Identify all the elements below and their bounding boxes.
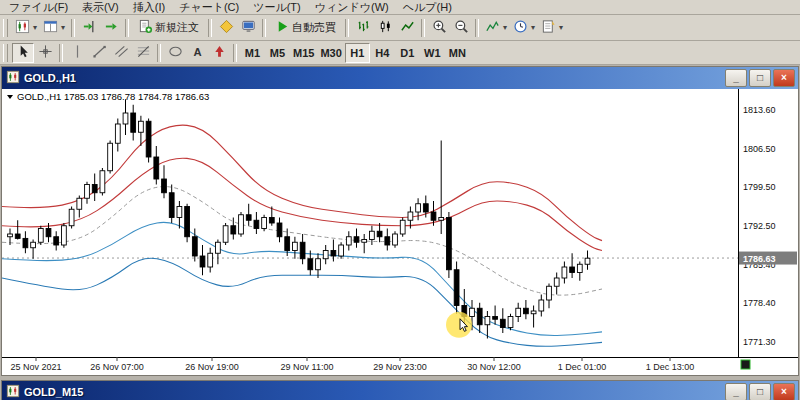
- zoom-in-button[interactable]: [428, 18, 450, 38]
- new-chart-button[interactable]: ▾: [12, 18, 40, 38]
- time-axis-label: 1 Dec 01:00: [558, 362, 607, 372]
- cursor-button[interactable]: [12, 43, 34, 63]
- auto-scroll-button[interactable]: [100, 18, 122, 38]
- shapes-button[interactable]: [164, 43, 186, 63]
- timeframe-m30-label: M30: [320, 47, 341, 59]
- trendline-icon: [92, 44, 107, 61]
- minimize-button-m15[interactable]: _: [725, 383, 747, 400]
- close-button-m15[interactable]: ×: [773, 383, 795, 400]
- timeframe-mn-button[interactable]: MN: [445, 43, 470, 63]
- svg-text:A: A: [193, 46, 201, 58]
- terminal-button[interactable]: [237, 18, 259, 38]
- toolbar-separator: [421, 19, 425, 37]
- restore-button-m15[interactable]: □: [749, 383, 771, 400]
- chart-line-button[interactable]: [396, 18, 418, 38]
- restore-button[interactable]: □: [749, 69, 771, 87]
- indicators-button[interactable]: ▾: [482, 18, 510, 38]
- toolbar-standard: ▾▾新規注文自動売買▾▾▾: [0, 15, 800, 41]
- chart-icon: [6, 384, 20, 400]
- profiles-button[interactable]: ▾: [40, 18, 68, 38]
- timeframe-m5-button[interactable]: M5: [265, 43, 290, 63]
- chart-candles-button[interactable]: [374, 18, 396, 38]
- chart-bars-icon: [356, 19, 371, 36]
- toolbar-separator: [125, 19, 129, 37]
- menu-file[interactable]: ファイル(F): [2, 0, 75, 14]
- overlay-middle-band: [2, 187, 602, 296]
- chart-window-gold-m15: GOLD_M15 _ □ ×: [1, 380, 799, 400]
- price-chart: GOLD.,H1 1785.03 1786.78 1784.78 1786.63…: [2, 89, 798, 375]
- toolbar-separator: [59, 44, 63, 62]
- minimize-button[interactable]: _: [725, 69, 747, 87]
- menu-window[interactable]: ウィンドウ(W): [308, 0, 396, 14]
- menu-insert[interactable]: 挿入(I): [126, 0, 172, 14]
- fibonacci-icon: [136, 44, 151, 61]
- window-controls-m15: _ □ ×: [723, 383, 795, 400]
- toolbar-line-studies: AM1M5M15M30H1H4D1W1MN: [0, 41, 800, 65]
- trendline-button[interactable]: [88, 43, 110, 63]
- dropdown-arrow-icon: ▾: [559, 23, 563, 32]
- close-button[interactable]: ×: [773, 69, 795, 87]
- new-order-button[interactable]: 新規注文: [132, 18, 205, 38]
- chart-line-icon: [400, 19, 415, 36]
- menu-tools[interactable]: ツール(T): [246, 0, 308, 14]
- price-axis-label: 1799.50: [743, 182, 776, 192]
- periods-button[interactable]: ▾: [510, 18, 538, 38]
- time-axis-label: 26 Nov 19:00: [185, 362, 239, 372]
- timeframe-m1-button[interactable]: M1: [240, 43, 265, 63]
- layout-icon: [43, 19, 58, 36]
- time-axis-label: 29 Nov 11:00: [281, 362, 334, 372]
- toolbar-grip: [3, 44, 8, 62]
- menu-chart[interactable]: チャート(C): [172, 0, 246, 14]
- metaeditor-icon: [219, 19, 234, 36]
- zoom-in-icon: [432, 19, 447, 36]
- metatrader-app: ファイル(F)表示(V)挿入(I)チャート(C)ツール(T)ウィンドウ(W)ヘル…: [0, 0, 800, 400]
- time-axis-label: 30 Nov 12:00: [467, 362, 521, 372]
- menu-view[interactable]: 表示(V): [75, 0, 126, 14]
- toolbar-separator: [262, 19, 266, 37]
- templates-button[interactable]: ▾: [538, 18, 566, 38]
- chart-window-titlebar-m15[interactable]: GOLD_M15 _ □ ×: [2, 381, 798, 400]
- price-axis-label: 1813.60: [743, 105, 776, 115]
- crosshair-button[interactable]: [34, 43, 56, 63]
- crosshair-icon: [38, 44, 53, 61]
- timeframe-h1-label: H1: [350, 47, 364, 59]
- symbol-dropdown-icon[interactable]: [7, 95, 13, 99]
- vertical-line-button[interactable]: [66, 43, 88, 63]
- timeframe-m30-button[interactable]: M30: [317, 43, 344, 63]
- price-axis-label: 1778.40: [743, 298, 776, 308]
- equidistant-channel-button[interactable]: [110, 43, 132, 63]
- chart-window-titlebar[interactable]: GOLD.,H1 _ □ ×: [2, 67, 798, 89]
- zoom-out-button[interactable]: [450, 18, 472, 38]
- chart-bars-button[interactable]: [352, 18, 374, 38]
- scale-fix-marker[interactable]: [741, 360, 750, 369]
- timeframe-w1-label: W1: [424, 47, 441, 59]
- text-label-button[interactable]: A: [186, 43, 208, 63]
- timeframe-d1-button[interactable]: D1: [395, 43, 420, 63]
- channel-icon: [114, 44, 129, 61]
- overlay-upper-band-inner: [2, 158, 602, 250]
- chart-canvas[interactable]: GOLD.,H1 1785.03 1786.78 1784.78 1786.63…: [2, 89, 798, 375]
- chart-shift-button[interactable]: [78, 18, 100, 38]
- timeframe-m15-button[interactable]: M15: [290, 43, 317, 63]
- metaeditor-button[interactable]: [215, 18, 237, 38]
- time-axis-label: 1 Dec 13:00: [646, 362, 695, 372]
- timeframe-w1-button[interactable]: W1: [420, 43, 445, 63]
- current-price-tag-label: 1786.63: [743, 254, 776, 264]
- vline-icon: [70, 44, 85, 61]
- timeframe-h4-button[interactable]: H4: [370, 43, 395, 63]
- price-axis-label: 1771.30: [743, 337, 776, 347]
- arrow-objects-button[interactable]: [208, 43, 230, 63]
- auto-trading-button[interactable]: 自動売買: [269, 18, 342, 38]
- overlay-upper-band-outer: [2, 125, 602, 240]
- toolbar-separator: [157, 44, 161, 62]
- timeframe-h1-button[interactable]: H1: [345, 43, 370, 63]
- chart-icon: [6, 70, 20, 86]
- fibonacci-button[interactable]: [132, 43, 154, 63]
- autotrading-play-icon: [275, 19, 290, 36]
- toolbar-grip: [3, 19, 8, 37]
- periods-clock-icon: [513, 19, 528, 36]
- menu-help[interactable]: ヘルプ(H): [396, 0, 459, 14]
- timeframe-mn-label: MN: [449, 47, 466, 59]
- timeframe-m5-label: M5: [270, 47, 285, 59]
- timeframe-d1-label: D1: [400, 47, 414, 59]
